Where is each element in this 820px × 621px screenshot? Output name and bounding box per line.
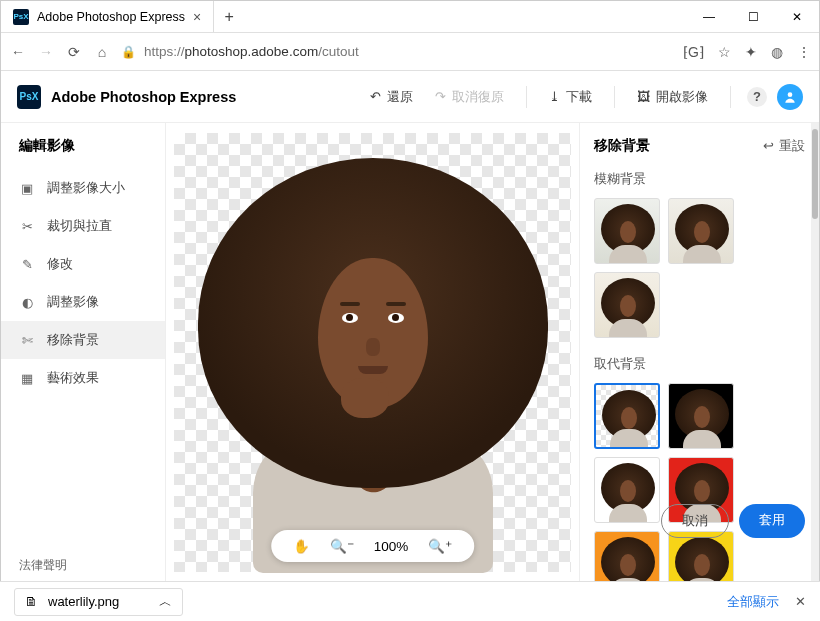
blur-option-3[interactable] [594, 272, 660, 338]
pan-tool-icon[interactable]: ✋ [293, 538, 310, 554]
sidebar-title: 編輯影像 [1, 137, 165, 169]
zoom-toolbar: ✋ 🔍⁻ 100% 🔍⁺ [271, 530, 475, 562]
close-downloads-bar[interactable]: ✕ [795, 594, 806, 609]
app-header: PsX Adobe Photoshop Express ↶還原 ↷取消復原 ⤓下… [1, 71, 819, 123]
sidebar-item-adjust[interactable]: ◐調整影像 [1, 283, 165, 321]
sidebar-item-crop[interactable]: ✂裁切與拉直 [1, 207, 165, 245]
sidebar-item-remove-bg[interactable]: ✄移除背景 [1, 321, 165, 359]
sidebar-item-art[interactable]: ▦藝術效果 [1, 359, 165, 397]
back-button[interactable]: ← [9, 44, 27, 60]
download-item[interactable]: 🗎 waterlily.png ︿ [14, 588, 183, 616]
forward-button[interactable]: → [37, 44, 55, 60]
blur-thumbnails [594, 198, 805, 338]
translate-icon[interactable]: ⁅G⁆ [683, 44, 704, 60]
browser-tab[interactable]: PsX Adobe Photoshop Express × [1, 1, 214, 32]
browser-toolbar: ← → ⟳ ⌂ 🔒 https://photoshop.adobe.com/cu… [1, 33, 819, 71]
image-preview [183, 143, 563, 563]
tab-close-icon[interactable]: × [193, 9, 201, 25]
crop-icon: ✂ [19, 219, 35, 234]
cancel-button[interactable]: 取消 [661, 504, 729, 538]
undo-button[interactable]: ↶還原 [364, 84, 419, 110]
bg-option-white[interactable] [594, 457, 660, 523]
redo-button: ↷取消復原 [429, 84, 510, 110]
reset-button[interactable]: ↩重設 [763, 138, 805, 155]
legal-link[interactable]: 法律聲明 [1, 558, 85, 573]
favicon-icon: PsX [13, 9, 29, 25]
sidebar-item-retouch[interactable]: ✎修改 [1, 245, 165, 283]
edit-sidebar: 編輯影像 ▣調整影像大小 ✂裁切與拉直 ✎修改 ◐調整影像 ✄移除背景 ▦藝術效… [1, 123, 166, 582]
minimize-button[interactable]: ― [687, 1, 731, 32]
lock-icon: 🔒 [121, 45, 136, 59]
reset-icon: ↩ [763, 138, 774, 155]
scissors-icon: ✄ [19, 333, 35, 348]
profile-icon[interactable]: ◍ [771, 44, 783, 60]
options-panel: 移除背景 ↩重設 模糊背景 取代背景 取消 套用 [579, 123, 819, 582]
download-icon: ⤓ [549, 89, 560, 104]
show-all-downloads[interactable]: 全部顯示 [727, 593, 779, 611]
file-icon: 🗎 [25, 594, 38, 609]
resize-icon: ▣ [19, 181, 35, 196]
zoom-in-button[interactable]: 🔍⁺ [428, 538, 452, 554]
user-avatar[interactable] [777, 84, 803, 110]
scrollbar[interactable] [811, 123, 819, 582]
bg-option-yellow[interactable] [668, 531, 734, 582]
replace-section-title: 取代背景 [594, 356, 805, 373]
blur-option-2[interactable] [668, 198, 734, 264]
replace-thumbnails [594, 383, 805, 582]
app-logo-icon: PsX [17, 85, 41, 109]
downloads-bar: 🗎 waterlily.png ︿ 全部顯示 ✕ [0, 581, 820, 621]
close-window-button[interactable]: ✕ [775, 1, 819, 32]
wand-icon: ✎ [19, 257, 35, 272]
svg-point-0 [788, 92, 793, 97]
art-icon: ▦ [19, 371, 35, 386]
bg-option-transparent[interactable] [594, 383, 660, 449]
help-button[interactable]: ? [747, 87, 767, 107]
address-bar[interactable]: 🔒 https://photoshop.adobe.com/cutout [121, 44, 673, 59]
tab-title: Adobe Photoshop Express [37, 10, 185, 24]
menu-icon[interactable]: ⋮ [797, 44, 811, 60]
blur-option-1[interactable] [594, 198, 660, 264]
image-icon: 🖼 [637, 89, 650, 104]
panel-title: 移除背景 [594, 137, 650, 155]
sidebar-item-resize[interactable]: ▣調整影像大小 [1, 169, 165, 207]
undo-icon: ↶ [370, 89, 381, 104]
download-filename: waterlily.png [48, 594, 119, 609]
window-titlebar: PsX Adobe Photoshop Express × + ― ☐ ✕ [1, 1, 819, 33]
reload-button[interactable]: ⟳ [65, 44, 83, 60]
window-controls: ― ☐ ✕ [687, 1, 819, 32]
bg-option-black[interactable] [668, 383, 734, 449]
extensions-icon[interactable]: ✦ [745, 44, 757, 60]
app-name: Adobe Photoshop Express [51, 89, 236, 105]
canvas-area[interactable]: ✋ 🔍⁻ 100% 🔍⁺ [166, 123, 579, 582]
open-image-button[interactable]: 🖼開啟影像 [631, 84, 714, 110]
blur-section-title: 模糊背景 [594, 171, 805, 188]
adjust-icon: ◐ [19, 295, 35, 310]
url-text: https://photoshop.adobe.com/cutout [144, 44, 359, 59]
chevron-up-icon[interactable]: ︿ [159, 593, 172, 611]
redo-icon: ↷ [435, 89, 446, 104]
zoom-out-button[interactable]: 🔍⁻ [330, 538, 354, 554]
new-tab-button[interactable]: + [214, 1, 244, 32]
bookmark-icon[interactable]: ☆ [718, 44, 731, 60]
apply-button[interactable]: 套用 [739, 504, 805, 538]
download-button[interactable]: ⤓下載 [543, 84, 598, 110]
home-button[interactable]: ⌂ [93, 44, 111, 60]
zoom-level: 100% [374, 539, 409, 554]
maximize-button[interactable]: ☐ [731, 1, 775, 32]
bg-option-orange[interactable] [594, 531, 660, 582]
